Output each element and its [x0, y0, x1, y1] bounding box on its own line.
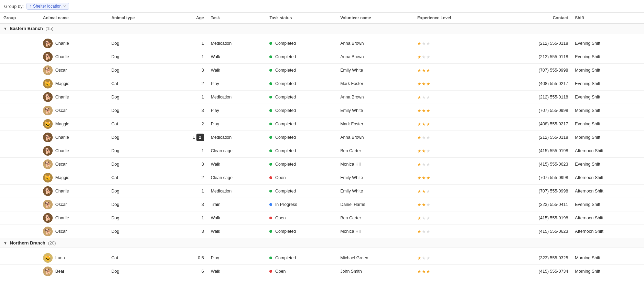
cell-animal-name: 🐕 Charlie — [40, 144, 108, 158]
stars: ★★★ — [417, 95, 431, 100]
avatar: 🐕 — [43, 200, 53, 209]
cell-volunteer-name: Mark Foster — [337, 117, 414, 131]
cell-age: 12 — [170, 131, 207, 144]
cell-animal-name: 🐕 Charlie — [40, 91, 108, 104]
avatar: 🐱 — [43, 119, 53, 129]
cell-animal-type: Dog — [108, 104, 170, 117]
cell-age: 3 — [170, 158, 207, 171]
stars: ★★★ — [417, 81, 431, 86]
cell-animal-name: 🐱 Maggie — [40, 117, 108, 131]
cell-age: 3 — [170, 198, 207, 211]
cell-group — [0, 50, 40, 64]
status-dot — [269, 69, 272, 72]
cell-animal-name: 🐕 Charlie — [40, 185, 108, 198]
close-icon[interactable]: ✕ — [63, 4, 66, 9]
table-row: 🐕 Charlie Dog 1 Walk Open Ben Carter ★★★… — [0, 211, 644, 225]
task-status-text: Completed — [275, 162, 296, 167]
task-status-text: Completed — [275, 135, 296, 140]
status-dot — [269, 203, 272, 206]
animal-name-text: Oscar — [55, 229, 67, 234]
cell-group — [0, 198, 40, 211]
cell-volunteer-name: Anna Brown — [337, 37, 414, 50]
cell-age: 1 — [170, 144, 207, 158]
cell-animal-type: Dog — [108, 211, 170, 225]
status-dot — [269, 163, 272, 166]
status-dot — [269, 96, 272, 98]
status-dot — [269, 123, 272, 125]
cell-volunteer-name: Emily White — [337, 64, 414, 77]
animal-name-text: Bear — [55, 269, 64, 274]
table-row: 🐕 Oscar Dog 3 Walk Completed Monica Hill… — [0, 225, 644, 238]
cell-task-status: Open — [266, 171, 337, 185]
cell-age: 1 — [170, 211, 207, 225]
group-header-cell: ▼ Northern Branch (20) — [0, 238, 644, 248]
cell-age: 1 — [170, 37, 207, 50]
animal-name-text: Charlie — [55, 135, 69, 140]
cell-experience-level: ★★★ — [414, 185, 497, 198]
cell-volunteer-name: Anna Brown — [337, 50, 414, 64]
cell-experience-level: ★★★ — [414, 251, 497, 265]
cell-animal-type: Cat — [108, 77, 170, 91]
status-dot — [269, 176, 272, 179]
cell-animal-name: 🐕 Oscar — [40, 225, 108, 238]
cell-task: Clean cage — [207, 171, 266, 185]
animal-name-text: Charlie — [55, 54, 69, 59]
cell-group — [0, 185, 40, 198]
cell-age: 3 — [170, 225, 207, 238]
table-row: 🐱 Maggie Cat 2 Play Completed Mark Foste… — [0, 77, 644, 91]
cell-shift: Evening Shift — [571, 91, 644, 104]
stars: ★★★ — [417, 216, 431, 221]
status-dot — [269, 270, 272, 273]
cell-task-status: Completed — [266, 117, 337, 131]
cell-group — [0, 37, 40, 50]
cell-animal-name: 🐕 Oscar — [40, 198, 108, 211]
cell-volunteer-name: Emily White — [337, 171, 414, 185]
cell-volunteer-name: Monica Hill — [337, 225, 414, 238]
chevron-down-icon[interactable]: ▼ — [3, 241, 7, 245]
task-status-text: Completed — [275, 108, 296, 113]
cell-experience-level: ★★★ — [414, 77, 497, 91]
table-row: 🐕 Charlie Dog 1 Walk Completed Anna Brow… — [0, 50, 644, 64]
group-by-tag[interactable]: ↑ Shelter location ✕ — [26, 3, 69, 10]
animal-name-text: Charlie — [55, 41, 69, 46]
avatar: 🐱 — [43, 79, 53, 88]
cell-animal-type: Dog — [108, 265, 170, 278]
table-row: 🐕 Charlie Dog 12 Medication Completed An… — [0, 131, 644, 144]
cell-task-status: Completed — [266, 91, 337, 104]
cell-animal-type: Dog — [108, 91, 170, 104]
chevron-down-icon[interactable]: ▼ — [3, 27, 7, 31]
avatar: 🐕 — [43, 65, 53, 75]
main-table: Group Animal name Animal type Age Task T… — [0, 13, 644, 278]
cell-contact: (415) 555-0623 — [497, 158, 571, 171]
cell-shift: Evening Shift — [571, 50, 644, 64]
cell-task: Medication — [207, 185, 266, 198]
cell-animal-name: 🐕 Oscar — [40, 158, 108, 171]
cell-task-status: In Progress — [266, 198, 337, 211]
group-by-bar: Group by: ↑ Shelter location ✕ — [0, 0, 644, 13]
cell-task: Train — [207, 198, 266, 211]
cell-experience-level: ★★★ — [414, 131, 497, 144]
avatar: 🐕 — [43, 267, 53, 276]
cell-experience-level: ★★★ — [414, 117, 497, 131]
cell-experience-level: ★★★ — [414, 64, 497, 77]
cell-group — [0, 117, 40, 131]
cell-animal-name: 🐕 Charlie — [40, 50, 108, 64]
group-count: (20) — [48, 240, 56, 246]
status-dot — [269, 136, 272, 139]
group-by-tag-text: Shelter location — [33, 4, 62, 9]
table-row: 🐕 Oscar Dog 3 Walk Completed Monica Hill… — [0, 158, 644, 171]
table-row: 🐱 Maggie Cat 2 Play Completed Mark Foste… — [0, 117, 644, 131]
cell-experience-level: ★★★ — [414, 225, 497, 238]
task-status-text: Completed — [275, 189, 296, 194]
cell-group — [0, 211, 40, 225]
cell-age: 1 — [170, 185, 207, 198]
cell-shift: Evening Shift — [571, 198, 644, 211]
cell-task: Play — [207, 251, 266, 265]
cell-animal-type: Dog — [108, 64, 170, 77]
animal-name-text: Oscar — [55, 108, 67, 113]
cell-contact: (415) 555-0734 — [497, 265, 571, 278]
animal-name-text: Charlie — [55, 148, 69, 153]
table-row: 🐱 Maggie Cat 2 Clean cage Open Emily Whi… — [0, 171, 644, 185]
cell-volunteer-name: Daniel Harris — [337, 198, 414, 211]
cell-experience-level: ★★★ — [414, 144, 497, 158]
